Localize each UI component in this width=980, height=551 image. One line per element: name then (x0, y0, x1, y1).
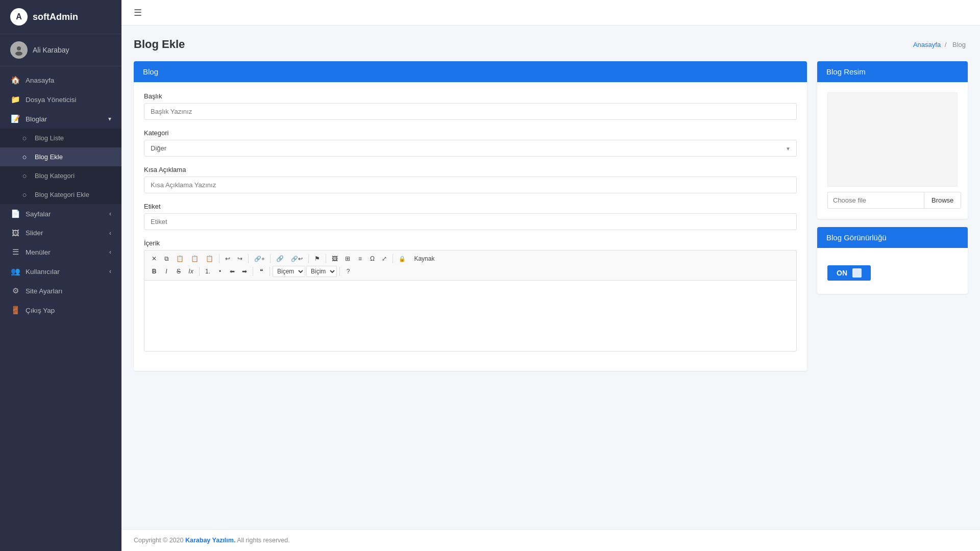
blog-card-body: Başlık Kategori Diğer (134, 82, 807, 371)
tb-fullscreen[interactable]: ⤢ (379, 254, 390, 264)
tb-unlink[interactable]: 🔗↩ (288, 254, 306, 264)
blog-resim-card-body: Browse (817, 82, 968, 219)
sidebar-item-blog-kategori[interactable]: ○ Blog Kategori (0, 166, 121, 185)
breadcrumb-home[interactable]: Anasayfa (913, 41, 941, 48)
app-name: softAdmin (33, 12, 78, 22)
tb-link-add[interactable]: 🔗+ (251, 254, 267, 264)
sidebar-item-cikis-yap[interactable]: 🚪 Çıkış Yap (0, 300, 121, 320)
sidebar-item-menuler[interactable]: ☰ Menüler ‹ (0, 242, 121, 262)
chevron-left-icon-slider: ‹ (109, 230, 111, 237)
tb-paste3[interactable]: 📋 (203, 254, 216, 264)
circle-icon-3: ○ (19, 190, 30, 199)
kisa-aciklama-group: Kısa Açıklama (144, 166, 797, 193)
footer-company[interactable]: Karabay Yazılım. (185, 537, 235, 544)
sidebar-label-slider: Slider (26, 229, 43, 237)
sidebar-label-blog-ekle: Blog Ekle (35, 153, 63, 161)
page-title: Blog Ekle (134, 38, 185, 51)
sidebar-navigation: 🏠 Anasayfa 📁 Dosya Yöneticisi 📝 Bloglar … (0, 66, 121, 551)
sidebar-item-blog-kategori-ekle[interactable]: ○ Blog Kategori Ekle (0, 185, 121, 204)
footer-rights: All rights reserved. (237, 537, 290, 544)
kisa-aciklama-label: Kısa Açıklama (144, 166, 797, 173)
tb-ordered-list[interactable]: 1. (202, 266, 213, 277)
sidebar-item-blog-liste[interactable]: ○ Blog Liste (0, 129, 121, 147)
tb-bold[interactable]: B (149, 266, 160, 277)
sidebar: A softAdmin Ali Karabay 🏠 Anasayfa 📁 Dos… (0, 0, 121, 551)
tb-style-select[interactable]: Biçem (273, 266, 305, 277)
sidebar-item-blog-ekle[interactable]: ○ Blog Ekle (0, 147, 121, 166)
tb-sep-3 (270, 254, 271, 263)
right-column: Blog Resim Browse Blog Görünürlüğü (817, 61, 968, 302)
tb-paste2[interactable]: 📋 (188, 254, 202, 264)
kisa-aciklama-input[interactable] (144, 177, 797, 193)
tb-italic[interactable]: I (161, 266, 172, 277)
tb-sep-5 (326, 254, 326, 263)
sidebar-item-sayfalar[interactable]: 📄 Sayfalar ‹ (0, 204, 121, 223)
sidebar-item-anasayfa[interactable]: 🏠 Anasayfa (0, 70, 121, 90)
footer-copyright: Copyright © 2020 (134, 537, 183, 544)
tb-copy[interactable]: ⧉ (161, 254, 172, 264)
tb-format-select[interactable]: Biçim (306, 266, 337, 277)
tb-unordered-list[interactable]: • (214, 266, 226, 277)
sidebar-item-dosya-yoneticisi[interactable]: 📁 Dosya Yöneticisi (0, 90, 121, 109)
settings-icon: ⚙ (10, 286, 20, 295)
svg-point-0 (17, 46, 21, 51)
icerik-label: İçerik (144, 239, 797, 247)
tb-cut[interactable]: ✕ (149, 254, 160, 264)
sidebar-user[interactable]: Ali Karabay (0, 34, 121, 66)
sidebar-item-kullanicilar[interactable]: 👥 Kullanıcılar ‹ (0, 262, 121, 281)
etiket-input[interactable] (144, 213, 797, 230)
tb-strikethrough[interactable]: S (173, 266, 184, 277)
tb-redo[interactable]: ↪ (234, 254, 246, 264)
breadcrumb-separator: / (945, 41, 948, 48)
tb-table[interactable]: ⊞ (342, 254, 353, 264)
file-name-input[interactable] (827, 192, 924, 209)
visibility-toggle[interactable]: ON (827, 265, 871, 281)
chevron-left-icon-menu: ‹ (109, 248, 111, 256)
tb-indent[interactable]: ➡ (239, 266, 250, 277)
tb-link[interactable]: 🔗 (273, 254, 287, 264)
rich-text-toolbar: ✕ ⧉ 📋 📋 📋 ↩ ↪ 🔗+ (144, 250, 797, 280)
icerik-group: İçerik ✕ ⧉ 📋 📋 📋 ↩ ↪ (144, 239, 797, 352)
tb-clear-format[interactable]: Ix (185, 266, 197, 277)
circle-icon-active: ○ (19, 153, 30, 161)
kategori-select[interactable]: Diğer (144, 140, 797, 157)
tb-hr[interactable]: ≡ (354, 254, 365, 264)
baslik-input[interactable] (144, 103, 797, 120)
user-avatar (10, 41, 28, 59)
tb-special-char[interactable]: Ω (366, 254, 378, 264)
blog-gorunurluk-card: Blog Görünürlüğü ON (817, 227, 968, 294)
tb-paste[interactable]: 📋 (173, 254, 187, 264)
baslik-group: Başlık (144, 92, 797, 120)
page-icon: 📄 (10, 209, 20, 218)
blog-gorunurluk-card-header: Blog Görünürlüğü (817, 227, 968, 248)
tb-undo[interactable]: ↩ (222, 254, 233, 264)
sidebar-logo[interactable]: A softAdmin (0, 0, 121, 34)
hamburger-button[interactable]: ☰ (134, 7, 142, 18)
logo-icon: A (10, 8, 28, 26)
blog-icon: 📝 (10, 114, 20, 123)
etiket-group: Etiket (144, 203, 797, 230)
breadcrumb: Anasayfa / Blog (913, 41, 968, 48)
kategori-select-wrapper: Diğer (144, 140, 797, 157)
main-content: ☰ Blog Ekle Anasayfa / Blog Blog Başlık (121, 0, 980, 551)
browse-button[interactable]: Browse (924, 192, 961, 209)
file-input-row: Browse (827, 192, 958, 209)
svg-point-1 (15, 52, 22, 56)
tb-flag[interactable]: ⚑ (311, 254, 323, 264)
icerik-editor[interactable] (144, 280, 797, 352)
logout-icon: 🚪 (10, 306, 20, 315)
tb-source-icon[interactable]: 🔒 (396, 254, 409, 264)
tb-sep-6 (393, 254, 393, 263)
tb-source[interactable]: Kaynak (410, 254, 438, 264)
tb-outdent[interactable]: ⬅ (227, 266, 238, 277)
sidebar-item-slider[interactable]: 🖼 Slider ‹ (0, 223, 121, 242)
tb-blockquote[interactable]: ❝ (256, 266, 267, 277)
tb-image[interactable]: 🖼 (329, 254, 341, 264)
etiket-label: Etiket (144, 203, 797, 210)
tb-help[interactable]: ? (342, 266, 354, 277)
sidebar-label-anasayfa: Anasayfa (26, 77, 54, 84)
sidebar-item-bloglar[interactable]: 📝 Bloglar ▾ (0, 109, 121, 129)
blog-gorunurluk-card-body: ON (817, 248, 968, 294)
toggle-wrapper: ON (827, 258, 958, 284)
sidebar-item-site-ayarlari[interactable]: ⚙ Site Ayarları (0, 281, 121, 300)
